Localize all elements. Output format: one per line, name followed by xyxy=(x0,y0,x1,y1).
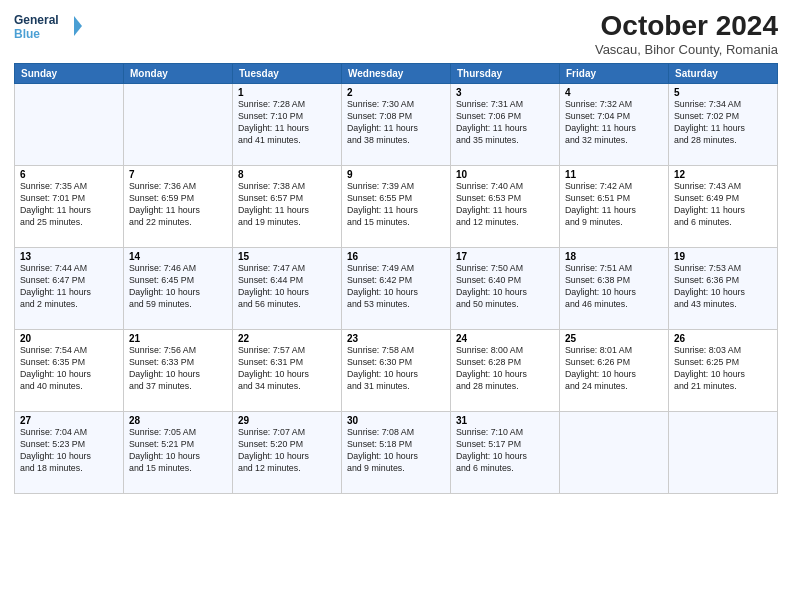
day-detail: Sunrise: 7:42 AM Sunset: 6:51 PM Dayligh… xyxy=(565,181,663,229)
day-detail: Sunrise: 7:43 AM Sunset: 6:49 PM Dayligh… xyxy=(674,181,772,229)
cell-1-5: 3Sunrise: 7:31 AM Sunset: 7:06 PM Daylig… xyxy=(451,84,560,166)
cell-2-2: 7Sunrise: 7:36 AM Sunset: 6:59 PM Daylig… xyxy=(124,166,233,248)
day-detail: Sunrise: 7:51 AM Sunset: 6:38 PM Dayligh… xyxy=(565,263,663,311)
day-detail: Sunrise: 7:35 AM Sunset: 7:01 PM Dayligh… xyxy=(20,181,118,229)
cell-4-5: 24Sunrise: 8:00 AM Sunset: 6:28 PM Dayli… xyxy=(451,330,560,412)
cell-5-3: 29Sunrise: 7:07 AM Sunset: 5:20 PM Dayli… xyxy=(233,412,342,494)
logo-svg: General Blue xyxy=(14,10,84,42)
cell-1-1 xyxy=(15,84,124,166)
day-detail: Sunrise: 7:47 AM Sunset: 6:44 PM Dayligh… xyxy=(238,263,336,311)
day-detail: Sunrise: 7:54 AM Sunset: 6:35 PM Dayligh… xyxy=(20,345,118,393)
day-detail: Sunrise: 8:01 AM Sunset: 6:26 PM Dayligh… xyxy=(565,345,663,393)
day-number: 1 xyxy=(238,87,336,98)
day-number: 2 xyxy=(347,87,445,98)
col-wednesday: Wednesday xyxy=(342,64,451,84)
cell-3-4: 16Sunrise: 7:49 AM Sunset: 6:42 PM Dayli… xyxy=(342,248,451,330)
day-number: 11 xyxy=(565,169,663,180)
cell-2-1: 6Sunrise: 7:35 AM Sunset: 7:01 PM Daylig… xyxy=(15,166,124,248)
cell-2-6: 11Sunrise: 7:42 AM Sunset: 6:51 PM Dayli… xyxy=(560,166,669,248)
day-number: 21 xyxy=(129,333,227,344)
day-number: 18 xyxy=(565,251,663,262)
day-number: 15 xyxy=(238,251,336,262)
cell-4-3: 22Sunrise: 7:57 AM Sunset: 6:31 PM Dayli… xyxy=(233,330,342,412)
day-detail: Sunrise: 7:44 AM Sunset: 6:47 PM Dayligh… xyxy=(20,263,118,311)
header: General Blue October 2024 Vascau, Bihor … xyxy=(14,10,778,57)
cell-5-1: 27Sunrise: 7:04 AM Sunset: 5:23 PM Dayli… xyxy=(15,412,124,494)
cell-4-7: 26Sunrise: 8:03 AM Sunset: 6:25 PM Dayli… xyxy=(669,330,778,412)
day-number: 7 xyxy=(129,169,227,180)
day-number: 8 xyxy=(238,169,336,180)
col-saturday: Saturday xyxy=(669,64,778,84)
svg-text:Blue: Blue xyxy=(14,27,40,41)
day-number: 20 xyxy=(20,333,118,344)
day-number: 23 xyxy=(347,333,445,344)
day-number: 27 xyxy=(20,415,118,426)
calendar-body: 1Sunrise: 7:28 AM Sunset: 7:10 PM Daylig… xyxy=(15,84,778,494)
day-detail: Sunrise: 8:00 AM Sunset: 6:28 PM Dayligh… xyxy=(456,345,554,393)
cell-2-5: 10Sunrise: 7:40 AM Sunset: 6:53 PM Dayli… xyxy=(451,166,560,248)
day-number: 10 xyxy=(456,169,554,180)
cell-5-4: 30Sunrise: 7:08 AM Sunset: 5:18 PM Dayli… xyxy=(342,412,451,494)
day-detail: Sunrise: 8:03 AM Sunset: 6:25 PM Dayligh… xyxy=(674,345,772,393)
day-number: 28 xyxy=(129,415,227,426)
cell-1-2 xyxy=(124,84,233,166)
cell-2-4: 9Sunrise: 7:39 AM Sunset: 6:55 PM Daylig… xyxy=(342,166,451,248)
week-row-1: 1Sunrise: 7:28 AM Sunset: 7:10 PM Daylig… xyxy=(15,84,778,166)
col-thursday: Thursday xyxy=(451,64,560,84)
day-detail: Sunrise: 7:07 AM Sunset: 5:20 PM Dayligh… xyxy=(238,427,336,475)
day-detail: Sunrise: 7:28 AM Sunset: 7:10 PM Dayligh… xyxy=(238,99,336,147)
day-detail: Sunrise: 7:10 AM Sunset: 5:17 PM Dayligh… xyxy=(456,427,554,475)
cell-3-7: 19Sunrise: 7:53 AM Sunset: 6:36 PM Dayli… xyxy=(669,248,778,330)
day-detail: Sunrise: 7:36 AM Sunset: 6:59 PM Dayligh… xyxy=(129,181,227,229)
cell-4-4: 23Sunrise: 7:58 AM Sunset: 6:30 PM Dayli… xyxy=(342,330,451,412)
day-detail: Sunrise: 7:05 AM Sunset: 5:21 PM Dayligh… xyxy=(129,427,227,475)
cell-4-6: 25Sunrise: 8:01 AM Sunset: 6:26 PM Dayli… xyxy=(560,330,669,412)
day-detail: Sunrise: 7:38 AM Sunset: 6:57 PM Dayligh… xyxy=(238,181,336,229)
col-monday: Monday xyxy=(124,64,233,84)
day-number: 29 xyxy=(238,415,336,426)
cell-3-2: 14Sunrise: 7:46 AM Sunset: 6:45 PM Dayli… xyxy=(124,248,233,330)
day-detail: Sunrise: 7:49 AM Sunset: 6:42 PM Dayligh… xyxy=(347,263,445,311)
day-detail: Sunrise: 7:46 AM Sunset: 6:45 PM Dayligh… xyxy=(129,263,227,311)
cell-3-6: 18Sunrise: 7:51 AM Sunset: 6:38 PM Dayli… xyxy=(560,248,669,330)
page: General Blue October 2024 Vascau, Bihor … xyxy=(0,0,792,612)
cell-1-3: 1Sunrise: 7:28 AM Sunset: 7:10 PM Daylig… xyxy=(233,84,342,166)
day-number: 14 xyxy=(129,251,227,262)
day-number: 30 xyxy=(347,415,445,426)
cell-4-1: 20Sunrise: 7:54 AM Sunset: 6:35 PM Dayli… xyxy=(15,330,124,412)
cell-1-4: 2Sunrise: 7:30 AM Sunset: 7:08 PM Daylig… xyxy=(342,84,451,166)
col-friday: Friday xyxy=(560,64,669,84)
calendar-header-row: Sunday Monday Tuesday Wednesday Thursday… xyxy=(15,64,778,84)
day-number: 31 xyxy=(456,415,554,426)
col-tuesday: Tuesday xyxy=(233,64,342,84)
cell-2-3: 8Sunrise: 7:38 AM Sunset: 6:57 PM Daylig… xyxy=(233,166,342,248)
cell-5-2: 28Sunrise: 7:05 AM Sunset: 5:21 PM Dayli… xyxy=(124,412,233,494)
day-number: 17 xyxy=(456,251,554,262)
day-number: 25 xyxy=(565,333,663,344)
day-detail: Sunrise: 7:08 AM Sunset: 5:18 PM Dayligh… xyxy=(347,427,445,475)
day-number: 5 xyxy=(674,87,772,98)
cell-4-2: 21Sunrise: 7:56 AM Sunset: 6:33 PM Dayli… xyxy=(124,330,233,412)
day-detail: Sunrise: 7:50 AM Sunset: 6:40 PM Dayligh… xyxy=(456,263,554,311)
day-detail: Sunrise: 7:39 AM Sunset: 6:55 PM Dayligh… xyxy=(347,181,445,229)
day-detail: Sunrise: 7:40 AM Sunset: 6:53 PM Dayligh… xyxy=(456,181,554,229)
cell-5-7 xyxy=(669,412,778,494)
day-number: 16 xyxy=(347,251,445,262)
day-number: 9 xyxy=(347,169,445,180)
cell-2-7: 12Sunrise: 7:43 AM Sunset: 6:49 PM Dayli… xyxy=(669,166,778,248)
cell-1-7: 5Sunrise: 7:34 AM Sunset: 7:02 PM Daylig… xyxy=(669,84,778,166)
cell-1-6: 4Sunrise: 7:32 AM Sunset: 7:04 PM Daylig… xyxy=(560,84,669,166)
week-row-3: 13Sunrise: 7:44 AM Sunset: 6:47 PM Dayli… xyxy=(15,248,778,330)
day-detail: Sunrise: 7:56 AM Sunset: 6:33 PM Dayligh… xyxy=(129,345,227,393)
day-number: 12 xyxy=(674,169,772,180)
day-detail: Sunrise: 7:53 AM Sunset: 6:36 PM Dayligh… xyxy=(674,263,772,311)
cell-5-5: 31Sunrise: 7:10 AM Sunset: 5:17 PM Dayli… xyxy=(451,412,560,494)
day-number: 13 xyxy=(20,251,118,262)
day-number: 24 xyxy=(456,333,554,344)
cell-3-3: 15Sunrise: 7:47 AM Sunset: 6:44 PM Dayli… xyxy=(233,248,342,330)
day-detail: Sunrise: 7:30 AM Sunset: 7:08 PM Dayligh… xyxy=(347,99,445,147)
day-number: 19 xyxy=(674,251,772,262)
day-number: 6 xyxy=(20,169,118,180)
main-title: October 2024 xyxy=(595,10,778,42)
day-detail: Sunrise: 7:04 AM Sunset: 5:23 PM Dayligh… xyxy=(20,427,118,475)
